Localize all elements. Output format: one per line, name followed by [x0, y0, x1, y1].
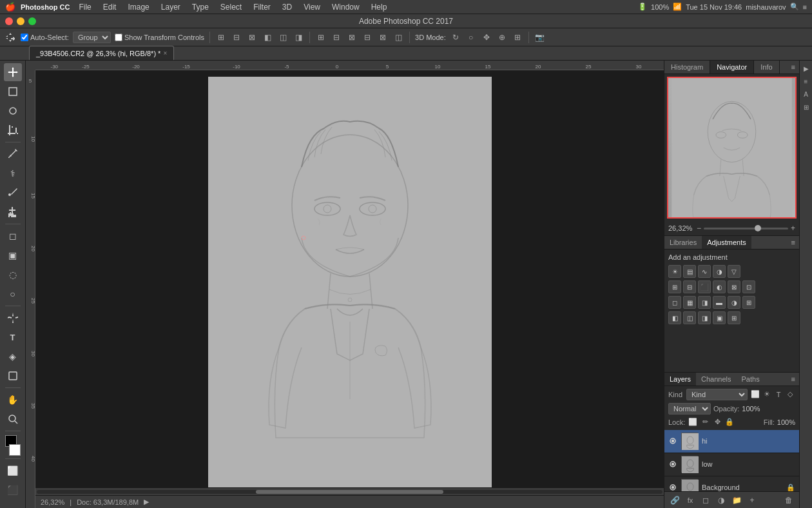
menu-window[interactable]: Window — [327, 1, 365, 13]
3d-roll-icon[interactable]: ○ — [465, 32, 477, 43]
distribute3-icon[interactable]: ⊠ — [346, 32, 358, 43]
clone-tool-btn[interactable] — [4, 203, 22, 221]
bw-icon[interactable]: ⬛ — [698, 280, 711, 293]
status-arrow[interactable]: ▶ — [144, 498, 149, 506]
horizontal-scrollbar[interactable] — [35, 487, 664, 495]
align-vert-center-icon[interactable]: ⊟ — [231, 32, 242, 43]
tab-adjustments[interactable]: Adjustments — [702, 236, 751, 249]
adj-extra2[interactable]: ◫ — [683, 311, 696, 324]
show-transform-checkbox[interactable] — [115, 34, 122, 41]
gradient-map-icon[interactable]: ▬ — [713, 296, 726, 309]
zoom-tool-btn[interactable] — [4, 410, 22, 428]
dodge-tool-btn[interactable]: ○ — [4, 285, 22, 303]
layer-row-low[interactable]: low — [664, 453, 799, 476]
minimize-button[interactable] — [17, 17, 24, 25]
opacity-value[interactable]: 100% — [742, 405, 764, 413]
tab-histogram[interactable]: Histogram — [664, 61, 710, 73]
tab-channels[interactable]: Channels — [696, 373, 736, 386]
align-horiz-center-icon[interactable]: ◫ — [277, 32, 289, 43]
curves-icon[interactable]: ∿ — [698, 265, 711, 278]
filter-adj-icon[interactable]: ☀ — [762, 389, 772, 400]
threshold-icon[interactable]: ◨ — [698, 296, 711, 309]
align-right-icon[interactable]: ◨ — [293, 32, 304, 43]
curves2-icon[interactable]: ⊞ — [742, 296, 755, 309]
shape-tool-btn[interactable] — [4, 367, 22, 385]
new-group-btn[interactable]: 📁 — [730, 494, 743, 507]
zoom-out-icon[interactable]: − — [697, 224, 701, 233]
blend-mode-select[interactable]: Normal Multiply Screen Overlay — [668, 403, 711, 415]
navigator-panel-menu[interactable]: ≡ — [788, 61, 799, 73]
layer-kind-select[interactable]: Kind Name Effect — [686, 389, 748, 400]
layer-visibility-background[interactable] — [668, 483, 677, 491]
auto-select-checkbox[interactable] — [21, 34, 28, 41]
3d-rotate-icon[interactable]: ↻ — [450, 32, 461, 43]
vibrance-icon[interactable]: ▽ — [728, 265, 740, 278]
distribute-icon[interactable]: ⊞ — [315, 32, 327, 43]
gradient-tool-btn[interactable]: ▣ — [4, 246, 22, 264]
close-button[interactable] — [5, 17, 13, 25]
type-tool-btn[interactable]: T — [4, 328, 22, 346]
filter-type-icon[interactable]: T — [773, 389, 784, 400]
lock-move-icon[interactable]: ✥ — [712, 417, 722, 427]
hand-tool-btn[interactable]: ✋ — [4, 391, 22, 409]
lock-pixels-icon[interactable]: ⬜ — [688, 417, 698, 427]
filter-pixel-icon[interactable]: ⬜ — [750, 389, 760, 400]
color-balance-icon[interactable]: ⊟ — [683, 280, 696, 293]
camera-icon[interactable]: 📷 — [534, 32, 546, 43]
tab-paths[interactable]: Paths — [737, 373, 765, 386]
hue-sat-icon[interactable]: ⊞ — [668, 280, 681, 293]
lasso-tool-btn[interactable] — [4, 102, 22, 120]
menu-help[interactable]: Help — [366, 1, 392, 13]
mini-btn1[interactable]: ▶ — [801, 63, 811, 73]
background-color-swatch[interactable] — [9, 444, 21, 456]
layer-row-hi[interactable]: hi — [664, 430, 799, 453]
3d-scale-icon[interactable]: ⊞ — [512, 32, 523, 43]
posterize-icon[interactable]: ▦ — [683, 296, 696, 309]
canvas-content[interactable] — [35, 70, 664, 495]
screen-mode-btn[interactable]: ⬛ — [4, 481, 22, 499]
navigator-image[interactable] — [667, 77, 797, 219]
eyedropper-tool-btn[interactable] — [4, 145, 22, 163]
menu-select[interactable]: Select — [215, 1, 247, 13]
photo-filter-icon[interactable]: ◐ — [713, 280, 726, 293]
zoom-thumb[interactable] — [755, 225, 761, 231]
search-icon[interactable]: 🔍 — [790, 3, 799, 11]
levels-icon[interactable]: ▤ — [683, 265, 696, 278]
color-lookup-icon[interactable]: ⊡ — [742, 280, 755, 293]
new-layer-btn[interactable]: + — [746, 494, 759, 507]
maximize-button[interactable] — [28, 17, 36, 25]
canvas-image[interactable] — [208, 77, 492, 489]
menu-filter[interactable]: Filter — [248, 1, 276, 13]
brightness-contrast-icon[interactable]: ☀ — [668, 265, 681, 278]
crop-tool-btn[interactable] — [4, 121, 22, 139]
3d-pan-icon[interactable]: ✥ — [481, 32, 492, 43]
move-tool-btn[interactable] — [4, 63, 22, 81]
new-adjustment-btn[interactable]: ◑ — [715, 494, 728, 507]
layer-row-background[interactable]: Background 🔒 — [664, 476, 799, 492]
distribute6-icon[interactable]: ◫ — [392, 32, 404, 43]
zoom-in-icon[interactable]: + — [791, 224, 795, 233]
auto-select-dropdown[interactable]: Group Layer — [73, 32, 111, 43]
exposure-icon[interactable]: ◑ — [713, 265, 726, 278]
invert-icon[interactable]: ◻ — [668, 296, 681, 309]
menu-view[interactable]: View — [298, 1, 325, 13]
tab-layers[interactable]: Layers — [664, 373, 696, 386]
tab-navigator[interactable]: Navigator — [710, 61, 754, 73]
tab-libraries[interactable]: Libraries — [664, 236, 702, 249]
menu-3d[interactable]: 3D — [277, 1, 297, 13]
zoom-slider[interactable] — [704, 228, 788, 230]
align-top-icon[interactable]: ⊞ — [215, 32, 227, 43]
filter-shape-icon[interactable]: ◇ — [785, 389, 795, 400]
selection-tool-btn[interactable] — [4, 83, 22, 101]
menu-file[interactable]: File — [73, 1, 96, 13]
eraser-tool-btn[interactable]: ◻ — [4, 227, 22, 245]
menu-edit[interactable]: Edit — [98, 1, 122, 13]
fill-value[interactable]: 100% — [777, 418, 795, 426]
adj-extra5[interactable]: ⊞ — [728, 311, 740, 324]
link-layers-btn[interactable]: 🔗 — [668, 494, 681, 507]
delete-layer-btn[interactable]: 🗑 — [782, 494, 795, 507]
patch-tool-btn[interactable]: ⚕ — [4, 164, 22, 182]
channel-mixer-icon[interactable]: ⊠ — [728, 280, 740, 293]
lock-brush-icon[interactable]: ✏ — [700, 417, 710, 427]
mini-btn3[interactable]: A — [801, 89, 811, 99]
